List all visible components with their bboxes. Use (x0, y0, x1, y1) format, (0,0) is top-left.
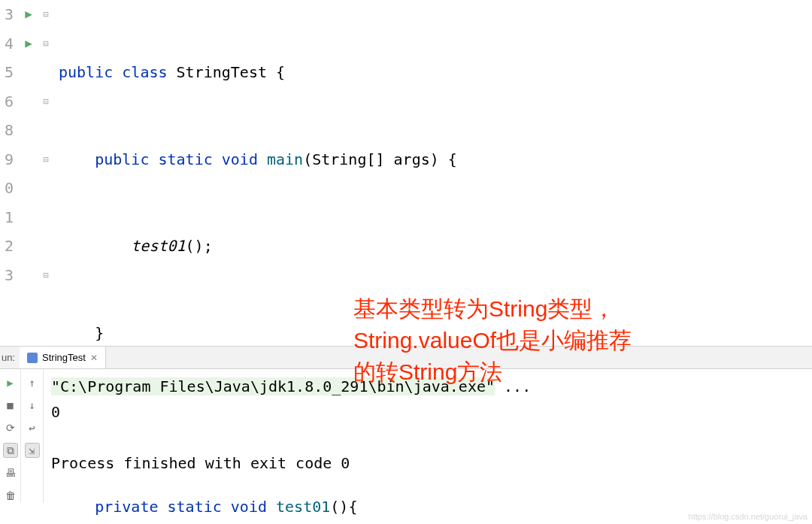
fold-close-icon[interactable]: ⊟ (43, 261, 48, 290)
stop-icon[interactable]: ■ (3, 398, 18, 413)
watermark: https://blog.csdn.net/guorui_java (689, 512, 807, 521)
down-icon[interactable]: ↓ (25, 398, 40, 413)
run-toolbar-main: ↑ ↓ ↩ ⇲ (21, 369, 44, 503)
rerun-icon[interactable]: ▶ (3, 375, 18, 390)
run-gutter: ▶ ▶ (18, 0, 39, 346)
close-icon[interactable]: ✕ (90, 353, 98, 363)
code-area[interactable]: public class StringTest { public static … (53, 0, 812, 346)
fold-open-icon[interactable]: ⊟ (43, 29, 48, 59)
scroll-to-end-icon[interactable]: ⇲ (25, 443, 40, 458)
exit-line: Process finished with exit code 0 (51, 454, 350, 472)
stdout-line: 0 (51, 403, 60, 421)
print-icon[interactable]: 🖶 (3, 465, 18, 480)
layout-icon[interactable]: ⧉ (3, 443, 18, 458)
fold-close-icon[interactable]: ⊟ (43, 87, 48, 117)
run-line-icon[interactable]: ▶ (18, 0, 39, 29)
fold-open-icon[interactable]: ⊟ (43, 145, 48, 174)
run-line-icon[interactable]: ▶ (18, 29, 39, 59)
up-icon[interactable]: ↑ (25, 375, 40, 390)
fold-gutter: ⊟ ⊟ ⊟ ⊟ ⊟ (39, 0, 53, 346)
fold-open-icon[interactable]: ⊟ (43, 0, 48, 29)
trash-icon[interactable]: 🗑 (3, 488, 18, 503)
command-line: "C:\Program Files\Java\jdk1.8.0_291\bin\… (51, 377, 495, 395)
run-toolbar-left: ▶ ■ ⟳ ⧉ 🖶 🗑 (0, 369, 21, 503)
soft-wrap-icon[interactable]: ↩ (25, 420, 40, 435)
run-tab-title: StringTest (42, 352, 86, 363)
restart-icon[interactable]: ⟳ (3, 420, 18, 435)
console-output[interactable]: "C:\Program Files\Java\jdk1.8.0_291\bin\… (44, 369, 812, 503)
app-icon (27, 353, 38, 363)
run-label: un: (0, 352, 20, 363)
run-tool-window: un: StringTest ✕ ▶ ■ ⟳ ⧉ 🖶 🗑 ↑ ↓ ↩ ⇲ "C:… (0, 346, 812, 503)
line-number-gutter: 3 4 5 6 8 9 0 1 2 3 (0, 0, 18, 346)
run-tab[interactable]: StringTest ✕ (20, 347, 106, 368)
code-editor[interactable]: 3 4 5 6 8 9 0 1 2 3 ▶ ▶ ⊟ ⊟ ⊟ ⊟ ⊟ public… (0, 0, 812, 346)
